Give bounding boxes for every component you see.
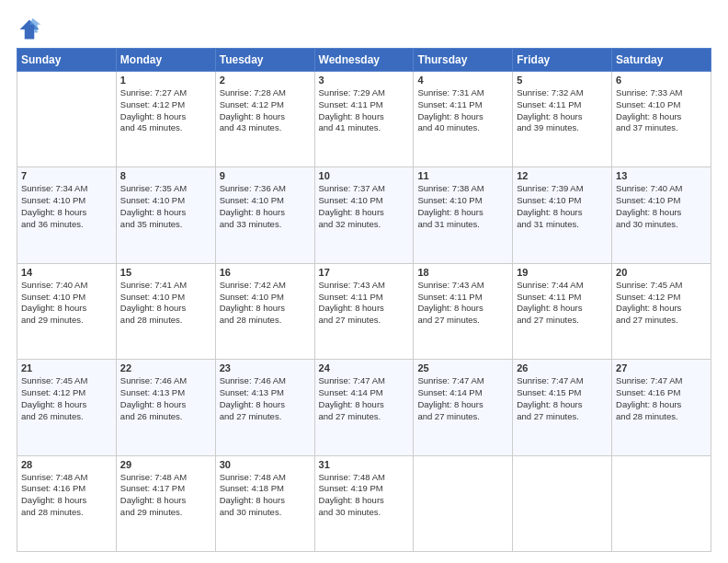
calendar-cell: 26Sunrise: 7:47 AM Sunset: 4:15 PM Dayli… (513, 360, 612, 455)
calendar-header-row: SundayMondayTuesdayWednesdayThursdayFrid… (17, 49, 711, 72)
calendar-cell: 1Sunrise: 7:27 AM Sunset: 4:12 PM Daylig… (116, 72, 215, 167)
cell-info: Sunrise: 7:48 AM Sunset: 4:19 PM Dayligh… (319, 472, 410, 519)
calendar-week-row: 28Sunrise: 7:48 AM Sunset: 4:16 PM Dayli… (17, 455, 711, 551)
day-number: 3 (319, 75, 410, 86)
day-number: 18 (417, 267, 508, 278)
logo-icon (17, 17, 42, 42)
day-number: 14 (21, 267, 112, 278)
calendar-table: SundayMondayTuesdayWednesdayThursdayFrid… (17, 48, 711, 552)
cell-info: Sunrise: 7:33 AM Sunset: 4:10 PM Dayligh… (616, 87, 707, 134)
day-number: 22 (120, 362, 211, 373)
calendar-cell: 22Sunrise: 7:46 AM Sunset: 4:13 PM Dayli… (116, 360, 215, 455)
calendar-cell: 4Sunrise: 7:31 AM Sunset: 4:11 PM Daylig… (414, 72, 513, 167)
calendar-week-row: 1Sunrise: 7:27 AM Sunset: 4:12 PM Daylig… (17, 72, 711, 167)
weekday-header: Friday (513, 49, 612, 72)
day-number: 25 (417, 362, 508, 373)
calendar-cell: 15Sunrise: 7:41 AM Sunset: 4:10 PM Dayli… (116, 263, 215, 359)
calendar-cell: 18Sunrise: 7:43 AM Sunset: 4:11 PM Dayli… (414, 263, 513, 359)
cell-info: Sunrise: 7:40 AM Sunset: 4:10 PM Dayligh… (616, 183, 707, 230)
cell-info: Sunrise: 7:35 AM Sunset: 4:10 PM Dayligh… (120, 183, 211, 230)
cell-info: Sunrise: 7:40 AM Sunset: 4:10 PM Dayligh… (21, 280, 112, 327)
cell-info: Sunrise: 7:32 AM Sunset: 4:11 PM Dayligh… (517, 87, 608, 134)
calendar-cell: 29Sunrise: 7:48 AM Sunset: 4:17 PM Dayli… (116, 455, 215, 551)
calendar-cell: 12Sunrise: 7:39 AM Sunset: 4:10 PM Dayli… (513, 167, 612, 263)
day-number: 12 (517, 170, 608, 181)
cell-info: Sunrise: 7:45 AM Sunset: 4:12 PM Dayligh… (21, 375, 112, 422)
day-number: 15 (120, 267, 211, 278)
cell-info: Sunrise: 7:47 AM Sunset: 4:14 PM Dayligh… (417, 375, 508, 422)
day-number: 6 (616, 75, 707, 86)
day-number: 31 (319, 459, 410, 470)
cell-info: Sunrise: 7:37 AM Sunset: 4:10 PM Dayligh… (319, 183, 410, 230)
calendar-cell: 6Sunrise: 7:33 AM Sunset: 4:10 PM Daylig… (612, 72, 711, 167)
cell-info: Sunrise: 7:38 AM Sunset: 4:10 PM Dayligh… (417, 183, 508, 230)
calendar-cell (414, 455, 513, 551)
day-number: 19 (517, 267, 608, 278)
calendar-cell: 8Sunrise: 7:35 AM Sunset: 4:10 PM Daylig… (116, 167, 215, 263)
day-number: 1 (120, 75, 211, 86)
day-number: 11 (417, 170, 508, 181)
calendar-cell (612, 455, 711, 551)
cell-info: Sunrise: 7:29 AM Sunset: 4:11 PM Dayligh… (319, 87, 410, 134)
calendar-cell: 17Sunrise: 7:43 AM Sunset: 4:11 PM Dayli… (314, 263, 414, 359)
day-number: 30 (220, 459, 311, 470)
day-number: 5 (517, 75, 608, 86)
day-number: 21 (21, 362, 112, 373)
calendar-cell: 9Sunrise: 7:36 AM Sunset: 4:10 PM Daylig… (215, 167, 314, 263)
calendar-cell: 23Sunrise: 7:46 AM Sunset: 4:13 PM Dayli… (215, 360, 314, 455)
day-number: 10 (319, 170, 410, 181)
day-number: 20 (616, 267, 707, 278)
calendar-cell (513, 455, 612, 551)
calendar-cell: 3Sunrise: 7:29 AM Sunset: 4:11 PM Daylig… (314, 72, 414, 167)
cell-info: Sunrise: 7:31 AM Sunset: 4:11 PM Dayligh… (417, 87, 508, 134)
day-number: 8 (120, 170, 211, 181)
cell-info: Sunrise: 7:42 AM Sunset: 4:10 PM Dayligh… (220, 280, 311, 327)
day-number: 29 (120, 459, 211, 470)
calendar-week-row: 7Sunrise: 7:34 AM Sunset: 4:10 PM Daylig… (17, 167, 711, 263)
day-number: 26 (517, 362, 608, 373)
day-number: 24 (319, 362, 410, 373)
calendar-cell: 24Sunrise: 7:47 AM Sunset: 4:14 PM Dayli… (314, 360, 414, 455)
cell-info: Sunrise: 7:47 AM Sunset: 4:15 PM Dayligh… (517, 375, 608, 422)
day-number: 13 (616, 170, 707, 181)
calendar-cell: 28Sunrise: 7:48 AM Sunset: 4:16 PM Dayli… (17, 455, 117, 551)
cell-info: Sunrise: 7:34 AM Sunset: 4:10 PM Dayligh… (21, 183, 112, 230)
weekday-header: Sunday (17, 49, 117, 72)
calendar-cell (17, 72, 117, 167)
header (17, 17, 711, 42)
calendar-cell: 10Sunrise: 7:37 AM Sunset: 4:10 PM Dayli… (314, 167, 414, 263)
calendar-cell: 2Sunrise: 7:28 AM Sunset: 4:12 PM Daylig… (215, 72, 314, 167)
weekday-header: Saturday (612, 49, 711, 72)
calendar-week-row: 21Sunrise: 7:45 AM Sunset: 4:12 PM Dayli… (17, 360, 711, 455)
weekday-header: Thursday (414, 49, 513, 72)
cell-info: Sunrise: 7:47 AM Sunset: 4:16 PM Dayligh… (616, 375, 707, 422)
page: SundayMondayTuesdayWednesdayThursdayFrid… (0, 0, 728, 563)
day-number: 7 (21, 170, 112, 181)
logo (17, 17, 46, 42)
cell-info: Sunrise: 7:36 AM Sunset: 4:10 PM Dayligh… (220, 183, 311, 230)
cell-info: Sunrise: 7:48 AM Sunset: 4:16 PM Dayligh… (21, 472, 112, 519)
day-number: 28 (21, 459, 112, 470)
cell-info: Sunrise: 7:46 AM Sunset: 4:13 PM Dayligh… (220, 375, 311, 422)
weekday-header: Wednesday (314, 49, 414, 72)
calendar-cell: 27Sunrise: 7:47 AM Sunset: 4:16 PM Dayli… (612, 360, 711, 455)
calendar-week-row: 14Sunrise: 7:40 AM Sunset: 4:10 PM Dayli… (17, 263, 711, 359)
day-number: 16 (220, 267, 311, 278)
calendar-cell: 13Sunrise: 7:40 AM Sunset: 4:10 PM Dayli… (612, 167, 711, 263)
weekday-header: Monday (116, 49, 215, 72)
day-number: 27 (616, 362, 707, 373)
calendar-cell: 25Sunrise: 7:47 AM Sunset: 4:14 PM Dayli… (414, 360, 513, 455)
cell-info: Sunrise: 7:28 AM Sunset: 4:12 PM Dayligh… (220, 87, 311, 134)
cell-info: Sunrise: 7:39 AM Sunset: 4:10 PM Dayligh… (517, 183, 608, 230)
day-number: 23 (220, 362, 311, 373)
cell-info: Sunrise: 7:44 AM Sunset: 4:11 PM Dayligh… (517, 280, 608, 327)
calendar-cell: 11Sunrise: 7:38 AM Sunset: 4:10 PM Dayli… (414, 167, 513, 263)
weekday-header: Tuesday (215, 49, 314, 72)
calendar-cell: 14Sunrise: 7:40 AM Sunset: 4:10 PM Dayli… (17, 263, 117, 359)
calendar-cell: 20Sunrise: 7:45 AM Sunset: 4:12 PM Dayli… (612, 263, 711, 359)
calendar-cell: 21Sunrise: 7:45 AM Sunset: 4:12 PM Dayli… (17, 360, 117, 455)
cell-info: Sunrise: 7:46 AM Sunset: 4:13 PM Dayligh… (120, 375, 211, 422)
calendar-cell: 30Sunrise: 7:48 AM Sunset: 4:18 PM Dayli… (215, 455, 314, 551)
cell-info: Sunrise: 7:45 AM Sunset: 4:12 PM Dayligh… (616, 280, 707, 327)
cell-info: Sunrise: 7:43 AM Sunset: 4:11 PM Dayligh… (319, 280, 410, 327)
